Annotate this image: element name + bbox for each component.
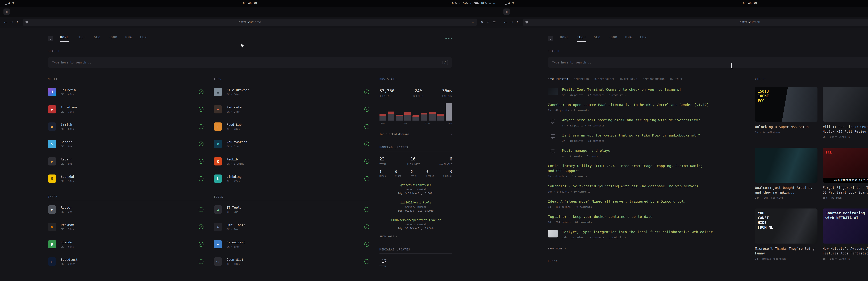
service-row[interactable]: ▤ File Browser OK · 64ms ✓: [214, 83, 369, 101]
video-title[interactable]: Will It Run Linux? GMKtec NucBox K12 Ful…: [823, 125, 868, 134]
video-title[interactable]: Unlocking a Super NAS Setup: [755, 125, 817, 129]
tab-fun[interactable]: FUN: [640, 35, 647, 42]
show-more-button[interactable]: SHOW MORE ∨: [548, 247, 742, 250]
reddit-post[interactable]: TeXlyre, Typst integration into the loca…: [548, 226, 742, 242]
forward-button[interactable]: →: [10, 20, 13, 24]
tab-tech[interactable]: TECH: [77, 35, 86, 42]
tab-programming[interactable]: R/PROGRAMMING: [643, 78, 665, 80]
tab-homelab[interactable]: R/HOMELAB: [574, 78, 589, 80]
post-title[interactable]: TeXlyre, Typst integration into the loca…: [562, 230, 713, 235]
tab-geo[interactable]: GEO: [94, 35, 101, 42]
back-button[interactable]: ←: [504, 20, 507, 24]
browser-tab[interactable]: ▦: [3, 8, 10, 15]
reddit-post[interactable]: Anyone here self-hosting email and strug…: [548, 115, 742, 130]
tab-opensource[interactable]: R/OPENSOURCE: [594, 78, 615, 80]
update-item[interactable]: iib0011/omni-tools Server: HomeLab Dig: …: [379, 201, 452, 212]
service-row[interactable]: ✦ Filewizard OK · 55ms ✓: [214, 236, 369, 253]
video-card[interactable]: TCL YOUR FINGERPRINT IS THE KEY Forget F…: [823, 148, 868, 199]
update-image-name[interactable]: linuxserver/speedtest-tracker: [379, 218, 452, 222]
update-image-name[interactable]: iib0011/omni-tools: [379, 201, 452, 204]
service-row[interactable]: R RedLib OK · 1,281ms ✓: [214, 153, 369, 170]
service-row[interactable]: K Komodo OK · 60ms ✓: [48, 236, 204, 253]
post-title[interactable]: Music manager and player: [562, 148, 612, 153]
update-item[interactable]: gtstef/filebrowser Server: HomeLab Dig: …: [379, 183, 452, 195]
post-thumbnail[interactable]: [548, 88, 558, 95]
service-row[interactable]: ▶ Invidious OK · 70ms ✓: [48, 101, 204, 118]
tab-fun[interactable]: FUN: [140, 35, 147, 42]
post-title[interactable]: Is there an app for comics that works li…: [562, 133, 700, 138]
service-row[interactable]: ⚙ IT Tools OK · 2ms ✓: [214, 201, 369, 218]
post-title[interactable]: journalot - Self-hosted journaling with …: [548, 184, 699, 189]
service-row[interactable]: ◎ Speedtest OK · 289ms ✓: [48, 253, 204, 270]
tab-linux[interactable]: R/LINUX: [670, 78, 682, 80]
reload-button[interactable]: ↻: [517, 20, 520, 24]
show-more-button[interactable]: SHOW MORE ∨: [379, 235, 452, 238]
tab-mma[interactable]: MMA: [625, 35, 632, 42]
tab-selfhosted[interactable]: R/SELFHOSTED: [548, 78, 568, 80]
post-title[interactable]: Tugtainer - keep your docker containers …: [548, 214, 652, 219]
reddit-post[interactable]: Comic Library Utility (CLU) v3.4 - Free …: [548, 161, 742, 181]
browser-tab[interactable]: ▦: [503, 8, 510, 15]
shield-icon[interactable]: [26, 21, 28, 24]
network-icon[interactable]: ⇅: [470, 2, 472, 5]
video-card[interactable]: Will It Run Linux? GMKtec NucBox K12 Ful…: [823, 87, 868, 138]
video-title[interactable]: Qualcomm just bought Arduino, and they'r…: [755, 185, 817, 195]
video-thumbnail[interactable]: [755, 148, 817, 183]
post-title[interactable]: Anyone here self-hosting email and strug…: [562, 117, 700, 122]
video-thumbnail[interactable]: TCL YOUR FINGERPRINT IS THE KEY: [823, 148, 868, 183]
tab-home[interactable]: HOME: [560, 35, 569, 42]
url-bar[interactable]: datta.icu/home ☆: [23, 19, 477, 26]
video-title[interactable]: Forget Fingerprints - The TCL D2 Pro Sma…: [823, 185, 868, 195]
video-title[interactable]: Microsoft Thinks They're Being Funny: [755, 246, 817, 255]
top-blocked-domains-toggle[interactable]: Top blocked domains ∨: [379, 133, 452, 136]
back-button[interactable]: ←: [4, 20, 7, 24]
brightness-icon[interactable]: ☀: [459, 2, 461, 5]
tab-food[interactable]: FOOD: [609, 35, 617, 42]
video-card[interactable]: Smarter Monitoring with NETDATA AI How N…: [823, 209, 868, 260]
service-row[interactable]: + Radicale OK · 94ms ✓: [214, 101, 369, 118]
service-row[interactable]: ✿ Immich OK · 60ms ✓: [48, 118, 204, 135]
video-thumbnail[interactable]: YOU CAN'T HIDE FROM ME: [755, 209, 817, 244]
tab-technews[interactable]: R/TECHNEWS: [620, 78, 637, 80]
search-input[interactable]: [552, 61, 868, 64]
reddit-post[interactable]: Really Cool Terminal Command to check on…: [548, 84, 742, 99]
reddit-post[interactable]: ZaneOps: an open-source PaaS alternative…: [548, 99, 742, 115]
shield-icon[interactable]: [526, 21, 528, 24]
service-row[interactable]: V Vaultwarden OK · 62ms ✓: [214, 135, 369, 153]
page-menu-dots[interactable]: [445, 38, 452, 39]
video-thumbnail[interactable]: [823, 87, 868, 122]
service-row[interactable]: ▶ Radarr OK · 9ms ✓: [48, 153, 204, 170]
search-box[interactable]: /: [48, 57, 452, 68]
service-row[interactable]: S Sonarr OK · 9ms ✓: [48, 135, 204, 153]
forward-button[interactable]: →: [510, 20, 514, 24]
post-title[interactable]: ZaneOps: an open-source PaaS alternative…: [548, 102, 709, 107]
video-card[interactable]: YOU CAN'T HIDE FROM ME Microsoft Thinks …: [755, 209, 817, 260]
tab-geo[interactable]: GEO: [594, 35, 601, 42]
service-row[interactable]: ‹› Open Gist OK · 10ms ✓: [214, 253, 369, 270]
search-input[interactable]: [52, 61, 442, 64]
tab-tech[interactable]: TECH: [577, 35, 586, 42]
video-card[interactable]: 150TB 10GbE ECC Unlocking a Super NAS Se…: [755, 87, 817, 138]
reddit-post[interactable]: Tugtainer - keep your docker containers …: [548, 211, 742, 226]
tab-home[interactable]: HOME: [60, 35, 69, 42]
reload-button[interactable]: ↻: [17, 20, 20, 24]
url-bar[interactable]: datta.icu/tech ☆: [523, 19, 868, 26]
tray-icon[interactable]: ▦: [489, 2, 491, 5]
power-icon[interactable]: ⊙: [493, 2, 495, 5]
post-title[interactable]: Idea: A "sleep mode" Minecraft server, t…: [548, 199, 686, 204]
reddit-post[interactable]: Idea: A "sleep mode" Minecraft server, t…: [548, 196, 742, 211]
service-row[interactable]: ⌂ Router OK · 2ms ✓: [48, 201, 204, 218]
service-row[interactable]: ✦ Food Lab OK · 70ms ✓: [214, 118, 369, 135]
tab-food[interactable]: FOOD: [108, 35, 117, 42]
video-thumbnail[interactable]: 150TB 10GbE ECC: [755, 87, 817, 122]
downloads-icon[interactable]: ↓: [487, 20, 490, 24]
service-row[interactable]: × Proxmox OK · 59ms ✓: [48, 218, 204, 236]
post-title[interactable]: Really Cool Terminal Command to check on…: [562, 87, 681, 92]
bookmark-star-icon[interactable]: ☆: [471, 21, 474, 24]
service-row[interactable]: L Linkding OK · 72ms ✓: [214, 170, 369, 187]
extensions-icon[interactable]: ❖: [480, 20, 484, 24]
update-image-name[interactable]: gtstef/filebrowser: [379, 183, 452, 187]
menu-icon[interactable]: ≡: [493, 20, 496, 24]
update-item[interactable]: linuxserver/speedtest-tracker Server: Ho…: [379, 218, 452, 230]
reddit-post[interactable]: Is there an app for comics that works li…: [548, 130, 742, 145]
